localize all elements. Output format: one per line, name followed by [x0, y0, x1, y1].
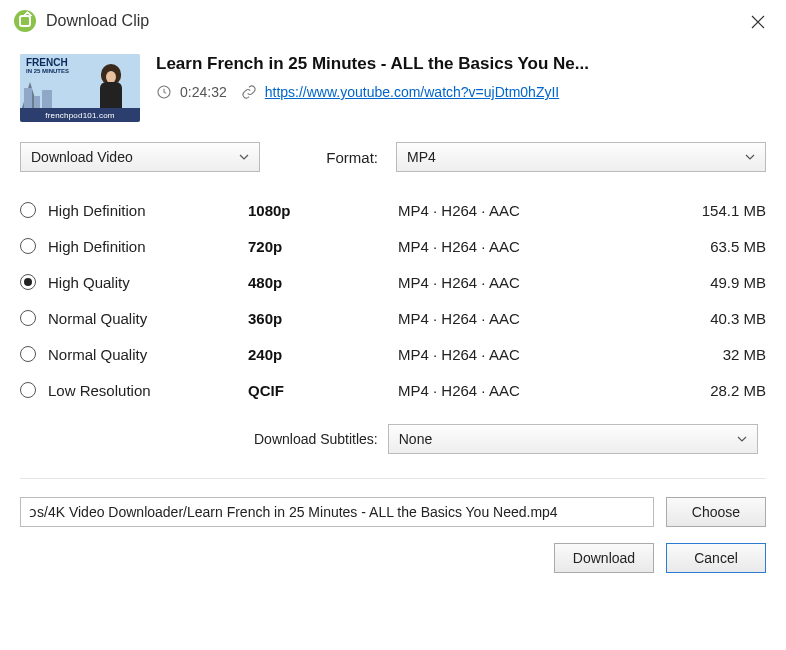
chevron-down-icon	[239, 152, 249, 162]
quality-resolution: QCIF	[248, 382, 398, 399]
link-icon	[241, 84, 257, 100]
quality-codec: MP4 · H264 · AAC	[398, 202, 666, 219]
quality-label: Normal Quality	[48, 310, 248, 327]
quality-option-row[interactable]: Normal Quality360pMP4 · H264 · AAC40.3 M…	[20, 300, 766, 336]
chevron-down-icon	[737, 434, 747, 444]
quality-resolution: 480p	[248, 274, 398, 291]
quality-label: High Quality	[48, 274, 248, 291]
close-icon	[751, 15, 765, 29]
action-select[interactable]: Download Video	[20, 142, 260, 172]
quality-size: 28.2 MB	[666, 382, 766, 399]
quality-size: 49.9 MB	[666, 274, 766, 291]
quality-option-row[interactable]: High Definition720pMP4 · H264 · AAC63.5 …	[20, 228, 766, 264]
video-duration: 0:24:32	[180, 84, 227, 100]
quality-radio[interactable]	[20, 346, 36, 362]
subtitles-select-value: None	[399, 431, 432, 447]
subtitles-select[interactable]: None	[388, 424, 758, 454]
quality-option-row[interactable]: High Definition1080pMP4 · H264 · AAC154.…	[20, 192, 766, 228]
quality-label: Low Resolution	[48, 382, 248, 399]
quality-size: 32 MB	[666, 346, 766, 363]
quality-radio[interactable]	[20, 274, 36, 290]
quality-label: High Definition	[48, 238, 248, 255]
format-select[interactable]: MP4	[396, 142, 766, 172]
quality-size: 154.1 MB	[666, 202, 766, 219]
quality-radio[interactable]	[20, 310, 36, 326]
thumb-subtitle: IN 25 MINUTES	[26, 67, 69, 76]
quality-option-row[interactable]: High Quality480pMP4 · H264 · AAC49.9 MB	[20, 264, 766, 300]
download-button[interactable]: Download	[554, 543, 654, 573]
video-header: FRENCH IN 25 MINUTES frenchpod101.com Le…	[0, 40, 786, 136]
quality-radio[interactable]	[20, 382, 36, 398]
quality-resolution: 720p	[248, 238, 398, 255]
quality-options: High Definition1080pMP4 · H264 · AAC154.…	[0, 184, 786, 408]
thumb-brand: frenchpod101.com	[20, 108, 140, 122]
title-bar: Download Clip	[0, 0, 786, 40]
quality-radio[interactable]	[20, 202, 36, 218]
choose-button[interactable]: Choose	[666, 497, 766, 527]
quality-label: High Definition	[48, 202, 248, 219]
quality-codec: MP4 · H264 · AAC	[398, 346, 666, 363]
path-row: Choose	[0, 479, 786, 527]
quality-label: Normal Quality	[48, 346, 248, 363]
quality-resolution: 240p	[248, 346, 398, 363]
chevron-down-icon	[745, 152, 755, 162]
clock-icon	[156, 84, 172, 100]
quality-radio[interactable]	[20, 238, 36, 254]
quality-option-row[interactable]: Normal Quality240pMP4 · H264 · AAC32 MB	[20, 336, 766, 372]
control-row: Download Video Format: MP4	[0, 136, 786, 184]
quality-codec: MP4 · H264 · AAC	[398, 382, 666, 399]
quality-codec: MP4 · H264 · AAC	[398, 238, 666, 255]
subtitles-row: Download Subtitles: None	[0, 408, 786, 460]
action-row: Download Cancel	[0, 527, 786, 573]
quality-codec: MP4 · H264 · AAC	[398, 274, 666, 291]
video-url-link[interactable]: https://www.youtube.com/watch?v=ujDtm0hZ…	[265, 84, 560, 100]
close-button[interactable]	[746, 10, 770, 34]
quality-size: 63.5 MB	[666, 238, 766, 255]
action-select-value: Download Video	[31, 149, 133, 165]
window-title: Download Clip	[46, 12, 149, 30]
quality-resolution: 360p	[248, 310, 398, 327]
app-icon	[14, 10, 36, 32]
format-select-value: MP4	[407, 149, 436, 165]
subtitles-label: Download Subtitles:	[254, 431, 378, 447]
quality-resolution: 1080p	[248, 202, 398, 219]
video-title: Learn French in 25 Minutes - ALL the Bas…	[156, 54, 766, 74]
video-thumbnail: FRENCH IN 25 MINUTES frenchpod101.com	[20, 54, 140, 122]
save-path-input[interactable]	[20, 497, 654, 527]
cancel-button[interactable]: Cancel	[666, 543, 766, 573]
quality-codec: MP4 · H264 · AAC	[398, 310, 666, 327]
format-label: Format:	[326, 149, 378, 166]
quality-size: 40.3 MB	[666, 310, 766, 327]
quality-option-row[interactable]: Low ResolutionQCIFMP4 · H264 · AAC28.2 M…	[20, 372, 766, 408]
